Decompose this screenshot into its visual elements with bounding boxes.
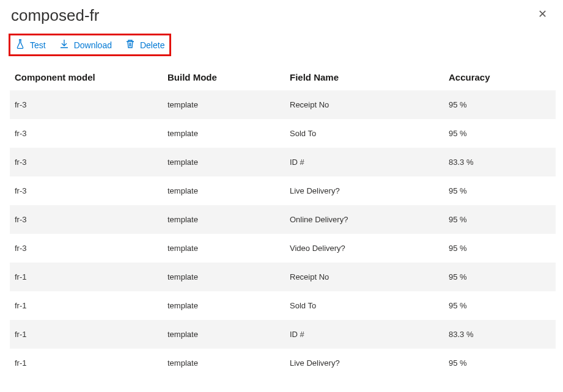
- delete-button-label: Delete: [140, 40, 164, 50]
- table-row[interactable]: fr-3templateOnline Delivery?95 %: [10, 205, 556, 234]
- table-row[interactable]: fr-3templateID #83.3 %: [10, 148, 556, 176]
- table-row[interactable]: fr-1templateID #83.3 %: [10, 320, 556, 349]
- cell-field-name: Receipt No: [285, 272, 444, 281]
- table-scroll-area[interactable]: Component model Build Mode Field Name Ac…: [5, 61, 561, 387]
- cell-build-mode: template: [163, 158, 285, 167]
- cell-field-name: Live Delivery?: [285, 186, 444, 195]
- cell-component-model: fr-1: [10, 272, 163, 281]
- cell-component-model: fr-1: [10, 330, 163, 339]
- cell-field-name: Video Delivery?: [285, 244, 444, 253]
- cell-build-mode: template: [163, 358, 285, 368]
- cell-component-model: fr-3: [10, 129, 163, 138]
- cell-field-name: Sold To: [285, 129, 444, 138]
- table-body: fr-3templateReceipt No95 %fr-3templateSo…: [10, 90, 556, 377]
- delete-button[interactable]: Delete: [125, 39, 164, 51]
- page-title: composed-fr: [11, 6, 100, 25]
- cell-build-mode: template: [163, 272, 285, 281]
- cell-build-mode: template: [163, 244, 285, 253]
- cell-component-model: fr-3: [10, 186, 163, 195]
- col-accuracy: Accuracy: [444, 72, 556, 82]
- cell-build-mode: template: [163, 330, 285, 339]
- table-row[interactable]: fr-1templateSold To95 %: [10, 291, 556, 320]
- data-table: Component model Build Mode Field Name Ac…: [5, 61, 561, 377]
- cell-component-model: fr-1: [10, 358, 163, 368]
- col-field-name: Field Name: [285, 72, 444, 82]
- cell-component-model: fr-3: [10, 244, 163, 253]
- cell-build-mode: template: [163, 100, 285, 109]
- col-component-model: Component model: [10, 72, 163, 82]
- table-row[interactable]: fr-3templateLive Delivery?95 %: [10, 176, 556, 205]
- cell-accuracy: 83.3 %: [444, 330, 556, 339]
- col-build-mode: Build Mode: [163, 72, 285, 82]
- cell-component-model: fr-1: [10, 301, 163, 310]
- close-icon: ✕: [538, 8, 547, 20]
- toolbar-highlight: Test Download Delete: [9, 34, 171, 56]
- table-row[interactable]: fr-3templateSold To95 %: [10, 119, 556, 148]
- cell-accuracy: 95 %: [444, 272, 556, 281]
- test-button-label: Test: [30, 40, 46, 50]
- cell-accuracy: 95 %: [444, 358, 556, 368]
- cell-accuracy: 95 %: [444, 301, 556, 310]
- cell-field-name: Sold To: [285, 301, 444, 310]
- cell-field-name: Online Delivery?: [285, 215, 444, 224]
- cell-accuracy: 95 %: [444, 186, 556, 195]
- cell-component-model: fr-3: [10, 100, 163, 109]
- cell-accuracy: 83.3 %: [444, 158, 556, 167]
- cell-build-mode: template: [163, 186, 285, 195]
- table-row[interactable]: fr-1templateLive Delivery?95 %: [10, 349, 556, 377]
- cell-component-model: fr-3: [10, 215, 163, 224]
- table-header: Component model Build Mode Field Name Ac…: [10, 64, 556, 90]
- download-button-label: Download: [74, 40, 112, 50]
- cell-build-mode: template: [163, 301, 285, 310]
- cell-accuracy: 95 %: [444, 244, 556, 253]
- flask-icon: [15, 39, 25, 51]
- download-icon: [59, 39, 69, 51]
- table-row[interactable]: fr-1templateReceipt No95 %: [10, 263, 556, 291]
- download-button[interactable]: Download: [59, 39, 112, 51]
- cell-accuracy: 95 %: [444, 129, 556, 138]
- cell-build-mode: template: [163, 129, 285, 138]
- cell-field-name: Live Delivery?: [285, 358, 444, 368]
- trash-icon: [125, 39, 135, 51]
- test-button[interactable]: Test: [15, 39, 46, 51]
- cell-field-name: ID #: [285, 158, 444, 167]
- cell-accuracy: 95 %: [444, 100, 556, 109]
- close-button[interactable]: ✕: [533, 6, 552, 22]
- table-row[interactable]: fr-3templateReceipt No95 %: [10, 90, 556, 119]
- table-row[interactable]: fr-3templateVideo Delivery?95 %: [10, 234, 556, 263]
- cell-build-mode: template: [163, 215, 285, 224]
- cell-field-name: ID #: [285, 330, 444, 339]
- cell-component-model: fr-3: [10, 158, 163, 167]
- cell-accuracy: 95 %: [444, 215, 556, 224]
- cell-field-name: Receipt No: [285, 100, 444, 109]
